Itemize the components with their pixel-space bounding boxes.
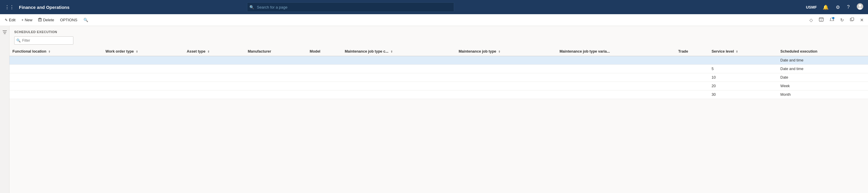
table-row[interactable]: 10Date bbox=[9, 73, 868, 82]
avatar-icon[interactable] bbox=[856, 2, 864, 12]
new-icon: + bbox=[21, 18, 23, 22]
new-button[interactable]: + New bbox=[19, 17, 35, 23]
cell-manufacturer bbox=[245, 91, 307, 99]
edit-button[interactable]: ✎ Edit bbox=[2, 17, 18, 23]
section-title: SCHEDULED EXECUTION bbox=[14, 30, 57, 34]
help-icon[interactable]: ? bbox=[846, 3, 851, 11]
delete-button[interactable]: Delete bbox=[36, 17, 57, 24]
filter-bar: 🔍 bbox=[9, 35, 868, 47]
cell-work-order-type bbox=[103, 91, 184, 99]
cell-asset-type bbox=[184, 56, 245, 65]
filter-search-icon: 🔍 bbox=[16, 38, 21, 42]
cell-maintenance-job-type-c bbox=[342, 91, 456, 99]
cell-maintenance-job-type-varia bbox=[556, 73, 675, 82]
cell-trade bbox=[675, 91, 709, 99]
toolbar: ✎ Edit + New Delete OPTIONS 🔍 ◇ O 0 ↻ ✕ bbox=[0, 14, 868, 26]
cell-functional-location bbox=[9, 91, 103, 99]
cell-maintenance-job-type bbox=[456, 91, 556, 99]
notification-icon[interactable]: 🔔 bbox=[822, 3, 830, 11]
cell-maintenance-job-type-varia bbox=[556, 91, 675, 99]
cell-trade bbox=[675, 73, 709, 82]
table-body: Date and time5Date and time10Date20Week3… bbox=[9, 56, 868, 99]
filter-input[interactable] bbox=[14, 36, 73, 45]
section-header: SCHEDULED EXECUTION bbox=[9, 26, 868, 35]
content-area: SCHEDULED EXECUTION 🔍 Functional locatio… bbox=[9, 26, 868, 193]
diamond-icon-button[interactable]: ◇ bbox=[808, 16, 815, 24]
svg-point-2 bbox=[858, 8, 862, 10]
cell-maintenance-job-type bbox=[456, 82, 556, 91]
filter-input-wrap: 🔍 bbox=[14, 36, 73, 45]
search-input[interactable] bbox=[247, 2, 454, 12]
table-row[interactable]: 30Month bbox=[9, 91, 868, 99]
svg-text:O: O bbox=[821, 19, 822, 21]
col-functional-location[interactable]: Functional location ⇧ bbox=[9, 47, 103, 56]
edit-icon: ✎ bbox=[5, 18, 8, 22]
cell-work-order-type bbox=[103, 65, 184, 73]
cell-scheduled-execution: Week bbox=[777, 82, 868, 91]
col-scheduled-execution[interactable]: Scheduled execution bbox=[777, 47, 868, 56]
top-navigation: ⋮⋮ Finance and Operations 🔍 USMF 🔔 ⚙ ? bbox=[0, 0, 868, 14]
cell-trade bbox=[675, 65, 709, 73]
cell-maintenance-job-type-varia bbox=[556, 56, 675, 65]
cell-model bbox=[307, 56, 342, 65]
cell-functional-location bbox=[9, 82, 103, 91]
sidebar-filter-icon[interactable] bbox=[1, 28, 9, 37]
cell-asset-type bbox=[184, 65, 245, 73]
cell-model bbox=[307, 82, 342, 91]
cell-service-level: 5 bbox=[709, 65, 777, 73]
cell-work-order-type bbox=[103, 73, 184, 82]
cell-scheduled-execution: Month bbox=[777, 91, 868, 99]
restore-button[interactable] bbox=[848, 16, 856, 24]
notification-badge-button[interactable]: 0 bbox=[828, 16, 836, 24]
cell-asset-type bbox=[184, 91, 245, 99]
cell-manufacturer bbox=[245, 65, 307, 73]
cell-manufacturer bbox=[245, 82, 307, 91]
cell-service-level bbox=[709, 56, 777, 65]
col-maintenance-job-type-c[interactable]: Maintenance job type c... ⇧ bbox=[342, 47, 456, 56]
cell-asset-type bbox=[184, 73, 245, 82]
office-icon-button[interactable]: O bbox=[817, 16, 826, 24]
toolbar-right: ◇ O 0 ↻ ✕ bbox=[808, 16, 866, 24]
col-service-level[interactable]: Service level ⇧ bbox=[709, 47, 777, 56]
cell-functional-location bbox=[9, 65, 103, 73]
toolbar-search-button[interactable]: 🔍 bbox=[81, 17, 91, 23]
sort-icon: ⇧ bbox=[498, 50, 501, 53]
col-manufacturer[interactable]: Manufacturer bbox=[245, 47, 307, 56]
cell-scheduled-execution: Date and time bbox=[777, 65, 868, 73]
sort-icon: ⇧ bbox=[48, 50, 51, 53]
settings-icon[interactable]: ⚙ bbox=[835, 3, 841, 11]
cell-service-level: 20 bbox=[709, 82, 777, 91]
cell-maintenance-job-type bbox=[456, 73, 556, 82]
col-maintenance-job-type-varia[interactable]: Maintenance job type varia... bbox=[556, 47, 675, 56]
sort-icon: ⇧ bbox=[736, 50, 738, 53]
search-icon: 🔍 bbox=[249, 5, 254, 9]
sort-icon: ⇧ bbox=[391, 50, 393, 53]
cell-work-order-type bbox=[103, 82, 184, 91]
cell-maintenance-job-type-c bbox=[342, 73, 456, 82]
cell-functional-location bbox=[9, 73, 103, 82]
close-button[interactable]: ✕ bbox=[858, 16, 866, 24]
cell-work-order-type bbox=[103, 56, 184, 65]
cell-trade bbox=[675, 82, 709, 91]
table-row[interactable]: 5Date and time bbox=[9, 65, 868, 73]
cell-maintenance-job-type-c bbox=[342, 82, 456, 91]
data-table: Functional location ⇧ Work order type ⇧ … bbox=[9, 47, 868, 99]
sort-icon: ⇧ bbox=[136, 50, 138, 53]
cell-service-level: 10 bbox=[709, 73, 777, 82]
cell-manufacturer bbox=[245, 73, 307, 82]
col-asset-type[interactable]: Asset type ⇧ bbox=[184, 47, 245, 56]
search-container: 🔍 bbox=[247, 2, 454, 12]
cell-maintenance-job-type bbox=[456, 65, 556, 73]
options-button[interactable]: OPTIONS bbox=[58, 17, 80, 23]
refresh-button[interactable]: ↻ bbox=[838, 16, 846, 24]
col-model[interactable]: Model bbox=[307, 47, 342, 56]
cell-model bbox=[307, 73, 342, 82]
table-row[interactable]: 20Week bbox=[9, 82, 868, 91]
col-trade[interactable]: Trade bbox=[675, 47, 709, 56]
col-work-order-type[interactable]: Work order type ⇧ bbox=[103, 47, 184, 56]
col-maintenance-job-type[interactable]: Maintenance job type ⇧ bbox=[456, 47, 556, 56]
grid-menu-icon[interactable]: ⋮⋮ bbox=[4, 3, 16, 11]
cell-maintenance-job-type-varia bbox=[556, 65, 675, 73]
svg-rect-3 bbox=[38, 19, 41, 21]
table-row[interactable]: Date and time bbox=[9, 56, 868, 65]
